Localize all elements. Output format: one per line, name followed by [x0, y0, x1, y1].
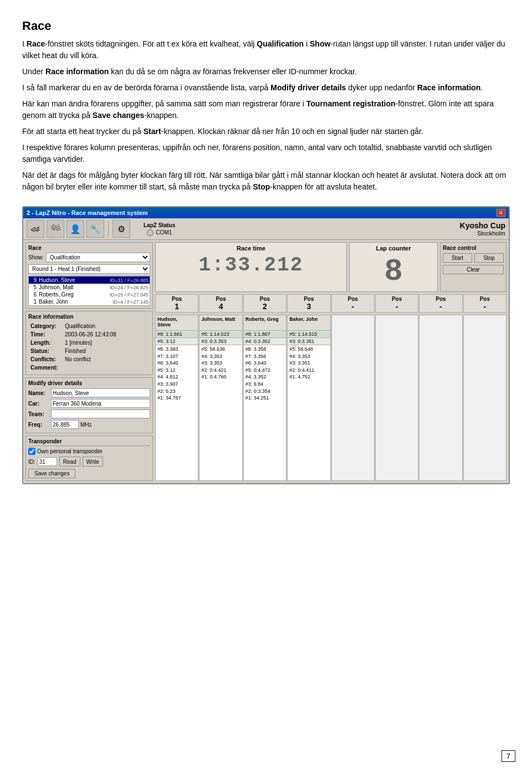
stop-button[interactable]: Stop [474, 253, 504, 263]
close-button[interactable]: ✕ [497, 209, 505, 217]
page-number: 7 [502, 750, 515, 762]
race-information-title: Race information [28, 314, 150, 320]
pos-cell-3: Pos 2 [243, 294, 287, 313]
clear-button[interactable]: Clear [443, 265, 504, 274]
conflicts-value: No conflict [64, 356, 149, 363]
comment-value [64, 364, 149, 371]
driver-col-header-baker: Baker, John [288, 315, 330, 331]
lap-counter-label: Lap counter [352, 245, 435, 252]
driver-row[interactable]: 6 Roberts, Greg ID=25 / F=27.045 [29, 291, 150, 298]
com-row: COM1 [147, 229, 172, 236]
driver-best-2-baker: #3: 0:3.351 [288, 338, 330, 345]
para-1: I Race-fönstret sköts tidtagningen. För … [22, 38, 510, 62]
control-btn-row: Start Stop [443, 253, 504, 263]
para-7: När det är dags för målgång byter klocka… [22, 170, 510, 193]
transponder-id-input[interactable] [38, 457, 57, 466]
race-section: Race Show: Qualification Round 1 - Heat … [25, 242, 153, 309]
lapz-status-label: LapZ Status [144, 222, 175, 228]
transponder-title: Transponder [28, 438, 150, 446]
freq-unit: MHz [80, 422, 92, 428]
kyosho-cup: Kyosho Cup Stockholm [460, 221, 505, 237]
driver-laps-hudson: #8: 3.393#7: 3.107#6: 3.640#5: 3.12#4: 4… [156, 345, 198, 402]
pos-cell-1: Pos 1 [155, 294, 198, 313]
driver-col-header-roberts: Roberts, Greg [244, 315, 286, 331]
toolbar-icon-4[interactable]: 🔧 [86, 220, 104, 238]
para-2: Under Race information kan du då se om n… [22, 66, 510, 78]
start-button[interactable]: Start [443, 253, 472, 263]
own-transponder-checkbox[interactable] [28, 448, 35, 455]
race-time-value: 1:33.212 [158, 254, 344, 277]
own-transponder-label: Own personal transponder [37, 448, 103, 454]
para-4: Här kan man ändra förarens uppgifter, på… [22, 98, 510, 121]
show-label: Show: [28, 254, 44, 260]
toolbar-icon-2[interactable]: 🏁 [47, 220, 64, 238]
name-input[interactable] [51, 388, 150, 397]
driver-laps-baker: #5: 58.648#4: 3.353#3: 3.351#2: 0:4.411#… [288, 345, 330, 381]
read-button[interactable]: Read [59, 457, 80, 467]
pos-cell-8: Pos - [463, 294, 507, 313]
show-select[interactable]: Qualification [46, 253, 150, 262]
pos-cell-5: Pos - [331, 294, 375, 313]
race-time-box: Race time 1:33.212 [155, 242, 347, 292]
driver-details: Name: Car: Team: Freq: MHz [28, 388, 150, 429]
transponder-id-label: ID: [28, 459, 35, 465]
driver-laps-roberts: #8: 3.358#7: 3.356#6: 3.640#5: 0:4.472#4… [244, 345, 286, 402]
driver-col-header-johnson: Johnson, Matt [200, 315, 242, 331]
team-input[interactable] [51, 409, 150, 418]
driver-row[interactable]: 1 Baker, John ID=4 / F=27.145 [29, 298, 150, 305]
driver-name: Hudson, Steve [39, 277, 108, 283]
empty-col-7 [419, 315, 462, 481]
empty-col-5 [331, 315, 375, 481]
race-control-title: Race control [443, 245, 504, 251]
race-time-label: Race time [158, 245, 344, 252]
save-changes-button[interactable]: Save changes [28, 469, 75, 478]
info-row-category: Category: Qualification [29, 322, 149, 330]
kyosho-cup-title: Kyosho Cup [460, 221, 505, 230]
modify-driver-title: Modify driver details [28, 380, 150, 386]
driver-row[interactable]: 5 Johnson, Matt ID=24 / F=26.825 [29, 284, 150, 291]
driver-pos: 9 [30, 277, 37, 283]
driver-col-hudson: Hudson,Steve #8: 1:1.661 #5: 3:12 #8: 3.… [155, 315, 198, 481]
car-input[interactable] [51, 399, 150, 408]
toolbar-icon-3[interactable]: 👤 [66, 220, 84, 238]
driver-best-2-roberts: #4: 0:3.352 [244, 338, 286, 345]
freq-input[interactable] [51, 420, 79, 429]
name-label: Name: [28, 390, 49, 396]
article-title: Race [22, 17, 510, 35]
left-panel: Race Show: Qualification Round 1 - Heat … [25, 242, 153, 481]
right-panel: Race time 1:33.212 Lap counter 8 Race co… [153, 242, 507, 481]
driver-pos: 6 [30, 291, 37, 298]
driver-best-2-johnson: #3: 0:3.353 [200, 338, 242, 345]
toolbar-icon-5[interactable]: ⚙ [112, 220, 130, 238]
info-row-time: Time: 2003-06-26 12:43:08 [29, 331, 149, 338]
driver-name: Johnson, Matt [39, 284, 108, 290]
toolbar-icon-1[interactable]: 🏎 [27, 220, 44, 238]
own-transponder-row: Own personal transponder [28, 448, 150, 455]
category-value: Qualification [64, 322, 149, 330]
write-button[interactable]: Write [83, 457, 103, 467]
info-row-conflicts: Conflicts: No conflict [29, 356, 149, 363]
name-row: Name: [28, 388, 150, 397]
comment-label: Comment: [29, 364, 63, 371]
conflicts-label: Conflicts: [29, 356, 63, 363]
driver-col-header-hudson: Hudson,Steve [156, 315, 198, 331]
lapz-status: LapZ Status COM1 [144, 222, 175, 236]
driver-info: ID=24 / F=26.825 [110, 285, 149, 290]
title-bar-text: 2 - LapZ Nitro - Race management system [27, 209, 148, 216]
driver-row[interactable]: 9 Hudson, Steve ID=31 / F=26.885 [29, 277, 150, 284]
info-row-length: Length: 1 [minutes] [29, 339, 149, 346]
toolbar-divider [108, 221, 109, 237]
show-row: Show: Qualification [28, 253, 150, 262]
driver-col-baker: Baker, John #5: 1:14.515 #3: 0:3.351 #5:… [287, 315, 330, 481]
round-select[interactable]: Round 1 - Heat 1 (Finished) [28, 264, 150, 274]
driver-best-2-hudson: #5: 3:12 [156, 338, 198, 345]
car-label: Car: [28, 401, 49, 407]
driver-best-1-roberts: #8: 1:1.867 [244, 331, 286, 338]
length-value: 1 [minutes] [64, 339, 149, 346]
length-label: Length: [29, 339, 63, 346]
freq-label: Freq: [28, 422, 49, 428]
time-value: 2003-06-26 12:43:08 [64, 331, 149, 338]
empty-col-6 [375, 315, 418, 481]
top-display: Race time 1:33.212 Lap counter 8 Race co… [155, 242, 507, 292]
car-row: Car: [28, 399, 150, 408]
